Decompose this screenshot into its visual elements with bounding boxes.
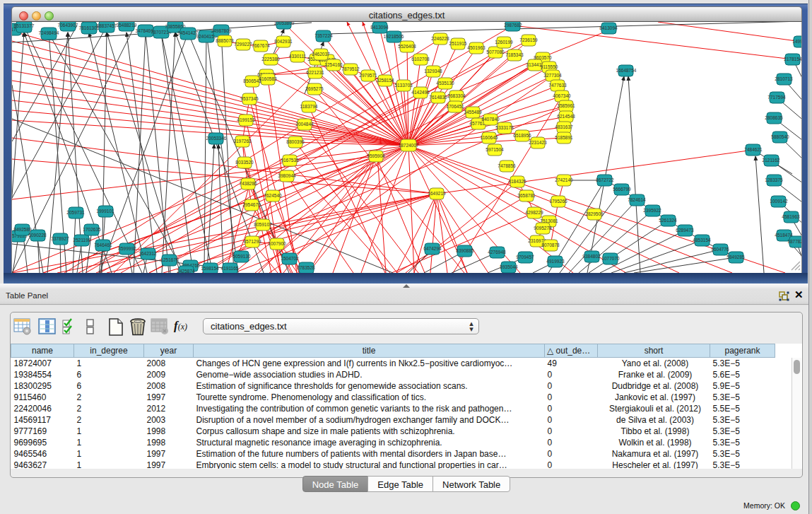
svg-text:8407840: 8407840 bbox=[481, 117, 500, 122]
svg-text:3980944: 3980944 bbox=[278, 173, 296, 178]
svg-text:2225380: 2225380 bbox=[261, 57, 280, 62]
svg-text:5077080: 5077080 bbox=[486, 49, 505, 54]
svg-text:2808635: 2808635 bbox=[765, 115, 783, 120]
svg-text:7236159: 7236159 bbox=[519, 37, 538, 42]
svg-text:4276948: 4276948 bbox=[488, 250, 506, 255]
svg-text:2004844: 2004844 bbox=[295, 122, 314, 127]
svg-text:2810713: 2810713 bbox=[775, 76, 793, 81]
svg-text:7185343: 7185343 bbox=[505, 52, 524, 57]
svg-text:94541427: 94541427 bbox=[178, 30, 199, 35]
svg-text:8390885: 8390885 bbox=[456, 248, 474, 253]
svg-text:1598154: 1598154 bbox=[201, 266, 219, 271]
svg-text:8070878: 8070878 bbox=[541, 243, 560, 247]
svg-text:88837457: 88837457 bbox=[97, 23, 117, 28]
svg-text:5526408: 5526408 bbox=[398, 44, 416, 49]
svg-text:8885078: 8885078 bbox=[216, 38, 234, 43]
svg-text:1499154: 1499154 bbox=[792, 39, 802, 44]
svg-text:8506543: 8506543 bbox=[243, 78, 261, 83]
svg-text:4831637: 4831637 bbox=[555, 124, 573, 129]
svg-text:3197263: 3197263 bbox=[233, 139, 252, 144]
svg-text:4184326: 4184326 bbox=[508, 179, 526, 184]
svg-text:5133703: 5133703 bbox=[394, 83, 413, 88]
svg-text:3258154: 3258154 bbox=[376, 78, 394, 83]
svg-text:8800396: 8800396 bbox=[286, 139, 305, 144]
svg-text:4160583: 4160583 bbox=[259, 76, 277, 81]
svg-text:6518956: 6518956 bbox=[513, 133, 531, 138]
svg-text:4581963: 4581963 bbox=[782, 214, 800, 219]
svg-text:2829509: 2829509 bbox=[585, 211, 604, 216]
svg-text:8672722: 8672722 bbox=[596, 177, 614, 182]
svg-text:2059731: 2059731 bbox=[66, 210, 85, 215]
svg-text:72498494: 72498494 bbox=[39, 30, 59, 35]
svg-text:1077070: 1077070 bbox=[601, 256, 620, 261]
svg-text:8059107: 8059107 bbox=[254, 222, 272, 227]
svg-text:4919923: 4919923 bbox=[546, 259, 565, 264]
svg-text:3277304: 3277304 bbox=[543, 73, 562, 78]
svg-text:1877827: 1877827 bbox=[787, 239, 802, 244]
svg-text:7667674: 7667674 bbox=[252, 43, 270, 48]
svg-text:20053346: 20053346 bbox=[206, 136, 227, 141]
svg-text:1649219: 1649219 bbox=[428, 191, 446, 196]
svg-text:3378927: 3378927 bbox=[51, 236, 69, 241]
svg-text:9537345: 9537345 bbox=[240, 96, 259, 101]
svg-text:1254166: 1254166 bbox=[324, 62, 343, 67]
svg-text:4298229: 4298229 bbox=[525, 210, 543, 215]
svg-text:7438286: 7438286 bbox=[239, 181, 257, 186]
svg-text:7357224: 7357224 bbox=[314, 33, 333, 38]
svg-text:1504702: 1504702 bbox=[281, 256, 299, 261]
svg-text:1999101: 1999101 bbox=[96, 209, 114, 214]
svg-text:8413094: 8413094 bbox=[599, 25, 618, 30]
svg-text:7484621: 7484621 bbox=[744, 147, 763, 152]
svg-text:6214548: 6214548 bbox=[557, 114, 575, 119]
svg-text:8783528: 8783528 bbox=[297, 265, 315, 270]
svg-text:4067340: 4067340 bbox=[553, 93, 571, 98]
svg-text:4571293: 4571293 bbox=[243, 239, 261, 244]
svg-text:1007900: 1007900 bbox=[268, 241, 286, 246]
svg-text:1251670: 1251670 bbox=[160, 257, 179, 262]
svg-text:5935044: 5935044 bbox=[500, 264, 518, 269]
svg-text:4199153: 4199153 bbox=[237, 117, 255, 122]
svg-text:85131377: 85131377 bbox=[14, 23, 35, 28]
svg-text:7646461: 7646461 bbox=[94, 243, 112, 247]
svg-text:8599992: 8599992 bbox=[118, 246, 136, 251]
svg-text:2695275: 2695275 bbox=[305, 86, 324, 91]
svg-text:1706451: 1706451 bbox=[446, 104, 464, 109]
svg-text:8413094: 8413094 bbox=[370, 25, 389, 30]
svg-text:1329348: 1329348 bbox=[424, 69, 442, 74]
svg-text:1160645: 1160645 bbox=[481, 135, 498, 140]
svg-text:7879512: 7879512 bbox=[341, 66, 360, 71]
svg-text:1009142: 1009142 bbox=[770, 199, 788, 204]
svg-text:2683304: 2683304 bbox=[447, 93, 466, 98]
svg-text:4191165: 4191165 bbox=[221, 266, 239, 271]
svg-text:4853154: 4853154 bbox=[693, 238, 711, 243]
svg-text:3642312: 3642312 bbox=[139, 251, 157, 256]
svg-text:7624540: 7624540 bbox=[264, 193, 282, 198]
svg-text:2987682: 2987682 bbox=[504, 23, 522, 28]
svg-text:9604776: 9604776 bbox=[711, 247, 729, 252]
svg-text:7824614: 7824614 bbox=[628, 197, 646, 202]
svg-text:4535130: 4535130 bbox=[436, 81, 454, 86]
svg-text:7477633: 7477633 bbox=[548, 83, 567, 88]
svg-text:4142496: 4142496 bbox=[411, 90, 430, 95]
svg-text:2231423: 2231423 bbox=[529, 140, 547, 145]
svg-text:1702635: 1702635 bbox=[83, 227, 101, 232]
svg-text:5880540: 5880540 bbox=[771, 134, 789, 139]
svg-text:5971504: 5971504 bbox=[486, 147, 504, 152]
svg-text:9384802: 9384802 bbox=[582, 254, 601, 259]
svg-text:18724007: 18724007 bbox=[399, 143, 419, 148]
svg-text:3455489: 3455489 bbox=[464, 110, 482, 115]
svg-text:6289473: 6289473 bbox=[676, 228, 694, 233]
svg-text:35488219: 35488219 bbox=[117, 23, 137, 28]
svg-text:9595904: 9595904 bbox=[367, 153, 385, 158]
svg-text:8492589: 8492589 bbox=[13, 227, 32, 232]
svg-text:9709457: 9709457 bbox=[516, 255, 534, 259]
svg-text:16648754: 16648754 bbox=[616, 68, 637, 73]
svg-text:3585961: 3585961 bbox=[557, 103, 575, 108]
svg-text:2521199: 2521199 bbox=[73, 238, 91, 243]
svg-text:2462037: 2462037 bbox=[312, 52, 330, 57]
svg-text:2511915: 2511915 bbox=[449, 41, 467, 46]
svg-text:9115550: 9115550 bbox=[541, 64, 558, 69]
svg-text:2742140: 2742140 bbox=[555, 177, 573, 182]
svg-text:70643907: 70643907 bbox=[58, 23, 78, 28]
svg-text:5333178: 5333178 bbox=[495, 125, 514, 130]
